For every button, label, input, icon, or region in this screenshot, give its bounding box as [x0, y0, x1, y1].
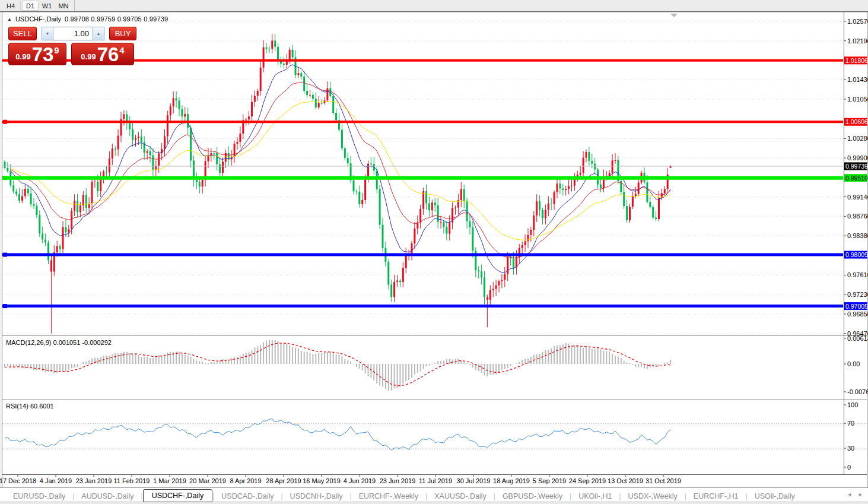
svg-text:1.02190: 1.02190: [847, 37, 868, 45]
svg-text:0.97005: 0.97005: [845, 303, 868, 310]
svg-text:13 Oct 2019: 13 Oct 2019: [608, 477, 643, 484]
tab-audusd-daily[interactable]: AUDUSD-,Daily: [74, 491, 141, 502]
tab-xauusd-daily[interactable]: XAUUSD-,Daily: [427, 491, 494, 502]
tab-scroll-right-icon[interactable]: ►: [858, 492, 863, 497]
svg-text:1.00606: 1.00606: [845, 118, 868, 125]
svg-text:0.00: 0.00: [847, 360, 860, 367]
price-badge: 0.99739: [844, 162, 868, 170]
svg-text:0.99140: 0.99140: [847, 194, 868, 201]
tab-ukoil-h1[interactable]: UKOil-,H1: [571, 491, 619, 502]
svg-text:23 Jan 2019: 23 Jan 2019: [76, 477, 112, 484]
svg-text:0.98760: 0.98760: [847, 213, 868, 220]
svg-text:1.00280: 1.00280: [847, 135, 868, 142]
price-badge: 1.00606: [844, 118, 868, 126]
buy-price-pip: 4: [119, 45, 124, 55]
tab-eurusd-daily[interactable]: EURUSD-,Daily: [6, 491, 72, 502]
svg-text:0.99900: 0.99900: [847, 154, 868, 161]
tab-gbpusd-weekly[interactable]: GBPUSD-,Weekly: [495, 491, 570, 502]
tab-usdcnh-daily[interactable]: USDCNH-,Daily: [283, 491, 350, 502]
rsi-label: RSI(14) 60.6001: [6, 402, 54, 410]
sell-price-big: 73: [32, 46, 54, 64]
tab-usdcad-daily[interactable]: USDCAD-,Daily: [214, 491, 281, 502]
svg-text:24 Sep 2019: 24 Sep 2019: [569, 477, 606, 484]
svg-text:11 Jul 2019: 11 Jul 2019: [419, 477, 452, 484]
svg-text:0.97610: 0.97610: [847, 271, 868, 278]
svg-text:-0.0076122: -0.0076122: [847, 388, 868, 395]
buy-button[interactable]: BUY: [109, 27, 136, 40]
price-badge: 0.99510: [844, 174, 868, 182]
price-badge: 1.01806: [844, 56, 868, 64]
svg-text:0.98380: 0.98380: [847, 232, 868, 239]
trade-controls-row: SELL ▼ 1.00 ▲ BUY: [8, 27, 136, 40]
tab-eurchf-weekly[interactable]: EURCHF-,Weekly: [352, 491, 425, 502]
tab-usdx-weekly[interactable]: USDX-,Weekly: [621, 491, 685, 502]
chart-header: ▲ USDCHF-,Daily 0.99708 0.99759 0.99705 …: [7, 15, 168, 23]
svg-text:1 Mar 2019: 1 Mar 2019: [153, 477, 186, 484]
svg-text:1.01050: 1.01050: [847, 96, 868, 103]
one-click-trading-panel: SELL ▼ 1.00 ▲ BUY 0.99 73 9 0.99 76 4: [8, 27, 136, 65]
svg-text:28 Apr 2019: 28 Apr 2019: [266, 477, 301, 484]
sell-price-prefix: 0.99: [15, 52, 30, 61]
svg-text:0.97230: 0.97230: [847, 291, 868, 298]
svg-text:4 Jun 2019: 4 Jun 2019: [344, 477, 376, 484]
tab-usoil-daily[interactable]: USOil-,Daily: [748, 491, 802, 502]
svg-text:0.00613: 0.00613: [847, 335, 868, 342]
svg-text:8 Apr 2019: 8 Apr 2019: [230, 477, 261, 484]
sell-price-pip: 9: [54, 45, 59, 55]
svg-text:4 Jan 2019: 4 Jan 2019: [40, 477, 72, 484]
svg-text:18 Aug 2019: 18 Aug 2019: [493, 477, 530, 484]
tab-scroll-left-icon[interactable]: ◄: [847, 492, 852, 497]
svg-text:17 Dec 2018: 17 Dec 2018: [0, 477, 36, 484]
tab-scroll-arrows: ◄ ►: [847, 492, 863, 497]
svg-text:30: 30: [847, 445, 854, 452]
tab-eurchf-h1[interactable]: EURCHF-,H1: [686, 491, 746, 502]
volume-input[interactable]: 1.00: [53, 27, 93, 40]
svg-text:100: 100: [847, 401, 858, 408]
tab-usdchf-daily[interactable]: USDCHF-,Daily: [143, 489, 213, 502]
sell-price-button[interactable]: 0.99 73 9: [8, 43, 66, 65]
collapse-quotes-icon[interactable]: ▲: [7, 17, 12, 22]
sell-button[interactable]: SELL: [8, 27, 37, 40]
volume-increase-button[interactable]: ▲: [93, 27, 104, 40]
svg-text:0.99510: 0.99510: [845, 175, 868, 182]
macd-label: MACD(12,26,9) 0.001051 -0.000292: [6, 339, 112, 346]
svg-text:0.99739: 0.99739: [845, 163, 868, 170]
svg-text:30 Jul 2019: 30 Jul 2019: [457, 477, 491, 484]
svg-text:1.02570: 1.02570: [847, 18, 868, 25]
buy-price-button[interactable]: 0.99 76 4: [71, 43, 134, 65]
chart-ohlc-values: 0.99708 0.99759 0.99705 0.99739: [65, 15, 168, 23]
svg-text:0: 0: [847, 464, 851, 471]
svg-text:1.01806: 1.01806: [845, 57, 868, 64]
terminal-window: H4 D1 W1 MN 1.025701.021901.014301.01050…: [0, 0, 868, 504]
buy-price-prefix: 0.99: [81, 52, 96, 61]
price-badge: 0.98009: [844, 251, 868, 259]
chart-symbol-title: USDCHF-,Daily: [15, 15, 61, 23]
chart-surface[interactable]: 1.025701.021901.014301.010501.002800.999…: [0, 0, 868, 504]
svg-text:16 May 2019: 16 May 2019: [303, 477, 341, 484]
svg-text:20 Mar 2019: 20 Mar 2019: [189, 477, 226, 484]
svg-text:5 Sep 2019: 5 Sep 2019: [533, 477, 566, 484]
price-badge: 0.97005: [844, 302, 868, 310]
buy-price-big: 76: [97, 46, 119, 64]
chart-background: [2, 12, 867, 487]
svg-text:0.98009: 0.98009: [845, 251, 868, 258]
svg-text:0.96850: 0.96850: [847, 310, 868, 318]
svg-text:11 Feb 2019: 11 Feb 2019: [114, 477, 150, 484]
chart-tab-bar: EURUSD-,Daily|AUDUSD-,Daily|USDCHF-,Dail…: [0, 487, 868, 504]
svg-text:1.01430: 1.01430: [847, 76, 868, 83]
svg-text:23 Jun 2019: 23 Jun 2019: [380, 477, 416, 484]
svg-text:31 Oct 2019: 31 Oct 2019: [646, 477, 681, 484]
volume-stepper: ▼ 1.00 ▲: [42, 27, 104, 40]
svg-text:70: 70: [847, 420, 854, 427]
volume-decrease-button[interactable]: ▼: [42, 27, 53, 40]
trade-price-row: 0.99 73 9 0.99 76 4: [8, 43, 136, 65]
